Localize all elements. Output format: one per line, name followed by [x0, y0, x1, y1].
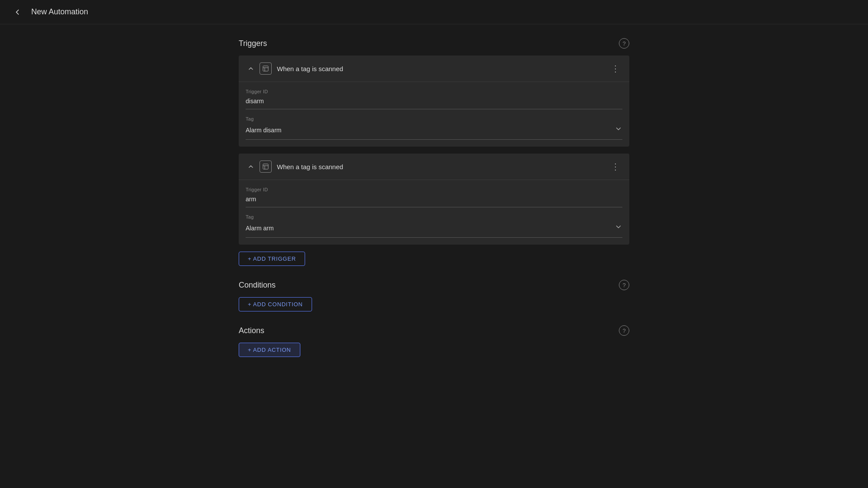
- trigger-card-2: When a tag is scanned ⋮ Trigger ID arm T…: [239, 154, 629, 245]
- conditions-section-header: Conditions ?: [239, 280, 629, 290]
- trigger-card-1-body: Trigger ID disarm Tag Alarm disarm: [239, 82, 629, 147]
- trigger-2-tag-label: Tag: [246, 214, 622, 219]
- trigger-1-label: When a tag is scanned: [277, 65, 608, 72]
- svg-rect-3: [263, 164, 268, 169]
- actions-help-icon[interactable]: ?: [619, 325, 629, 336]
- trigger-2-tag-field: Tag Alarm arm: [246, 214, 622, 238]
- trigger-2-more-btn[interactable]: ⋮: [608, 160, 622, 174]
- trigger-card-1-header[interactable]: When a tag is scanned ⋮: [239, 56, 629, 82]
- tag-icon-2: [260, 160, 272, 173]
- trigger-2-chevron-icon: [615, 223, 622, 233]
- trigger-2-id-label: Trigger ID: [246, 187, 622, 192]
- header: New Automation: [0, 0, 868, 24]
- trigger-1-tag-select[interactable]: Alarm disarm: [246, 123, 622, 138]
- page-title: New Automation: [31, 7, 88, 16]
- trigger-card-2-header[interactable]: When a tag is scanned ⋮: [239, 154, 629, 180]
- trigger-card-2-body: Trigger ID arm Tag Alarm arm: [239, 180, 629, 245]
- add-action-button[interactable]: + ADD ACTION: [239, 343, 300, 357]
- triggers-help-icon[interactable]: ?: [619, 38, 629, 49]
- svg-rect-0: [263, 66, 268, 71]
- actions-title: Actions: [239, 326, 264, 335]
- trigger-2-label: When a tag is scanned: [277, 163, 608, 170]
- triggers-title: Triggers: [239, 39, 267, 48]
- trigger-1-id-field: Trigger ID disarm: [246, 89, 622, 109]
- conditions-help-icon[interactable]: ?: [619, 280, 629, 290]
- tag-icon-1: [260, 62, 272, 75]
- add-condition-button[interactable]: + ADD CONDITION: [239, 297, 312, 311]
- trigger-2-id-field: Trigger ID arm: [246, 187, 622, 207]
- trigger-2-id-value[interactable]: arm: [246, 194, 622, 205]
- collapse-btn-2[interactable]: [246, 161, 256, 172]
- add-trigger-button[interactable]: + ADD TRIGGER: [239, 252, 305, 266]
- main-content: Triggers ?: [0, 24, 868, 385]
- triggers-section: Triggers ?: [239, 38, 629, 266]
- back-button[interactable]: [10, 5, 24, 19]
- collapse-btn-1[interactable]: [246, 63, 256, 74]
- trigger-1-tag-label: Tag: [246, 116, 622, 121]
- actions-section-header: Actions ?: [239, 325, 629, 336]
- trigger-1-tag-field: Tag Alarm disarm: [246, 116, 622, 140]
- conditions-section: Conditions ? + ADD CONDITION: [239, 280, 629, 311]
- trigger-1-id-label: Trigger ID: [246, 89, 622, 94]
- automation-panel: Triggers ?: [239, 38, 629, 371]
- triggers-section-header: Triggers ?: [239, 38, 629, 49]
- trigger-card-1: When a tag is scanned ⋮ Trigger ID disar…: [239, 56, 629, 147]
- trigger-1-chevron-icon: [615, 125, 622, 135]
- trigger-1-id-value[interactable]: disarm: [246, 96, 622, 107]
- trigger-1-more-btn[interactable]: ⋮: [608, 62, 622, 75]
- actions-section: Actions ? + ADD ACTION: [239, 325, 629, 357]
- trigger-2-tag-select[interactable]: Alarm arm: [246, 221, 622, 236]
- conditions-title: Conditions: [239, 281, 276, 290]
